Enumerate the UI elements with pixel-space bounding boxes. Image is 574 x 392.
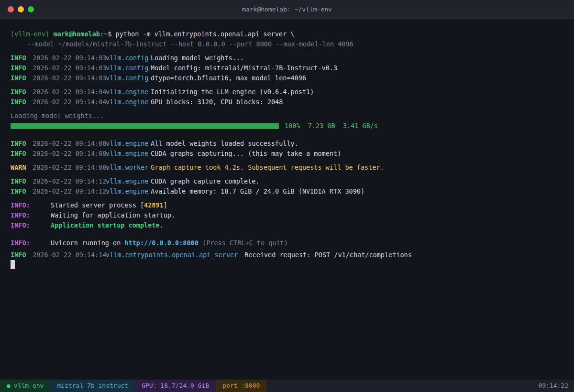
status-env: ●vllm-env bbox=[0, 380, 50, 392]
log-message: Loading model weights... bbox=[151, 53, 244, 63]
log-message: dtype=torch.bfloat16, max_model_len=4096 bbox=[151, 73, 306, 83]
log-level: INFO bbox=[11, 186, 33, 196]
cwd-path: ~ bbox=[104, 29, 108, 39]
progress-bar-row: 100% 7.23 GB 3.41 GB/s bbox=[11, 121, 563, 131]
log-timestamp: 2026-02-22 09:14:08 bbox=[33, 139, 106, 149]
progress-stats: 100% 7.23 GB 3.41 GB/s bbox=[285, 121, 378, 131]
status-clock: 09:14:22 bbox=[532, 380, 574, 392]
venv-label: (vllm-env) bbox=[11, 29, 53, 39]
log-line-warn: WARN2026-02-22 09:14:08vllm.workerGraph … bbox=[11, 163, 563, 173]
progress-bar-fill bbox=[11, 123, 279, 129]
log-logger: vllm.config bbox=[106, 63, 151, 73]
log-timestamp: 2026-02-22 09:14:14 bbox=[33, 250, 106, 260]
log-logger: vllm.worker bbox=[106, 163, 151, 173]
log-level: INFO bbox=[11, 97, 33, 107]
log-line: INFO2026-02-22 09:14:12vllm.engineAvaila… bbox=[11, 186, 563, 196]
env-name: vllm-env bbox=[14, 382, 44, 389]
log-message: CUDA graph capture complete. bbox=[151, 176, 260, 186]
uvicorn-line: INFO:Application startup complete. bbox=[11, 220, 563, 230]
status-model: mistral-7b-instruct bbox=[50, 380, 135, 392]
log-message: Graph capture took 4.2s. Subsequent requ… bbox=[151, 163, 384, 173]
uvicorn-line: INFO:Uvicorn running on http://0.0.0.0:8… bbox=[11, 238, 563, 248]
log-logger: vllm.engine bbox=[106, 176, 151, 186]
log-logger: vllm.engine bbox=[106, 149, 151, 159]
log-line: INFO2026-02-22 09:14:04vllm.engineInitia… bbox=[11, 87, 563, 97]
log-line: INFO2026-02-22 09:14:03vllm.configdtype=… bbox=[11, 73, 563, 83]
log-level: WARN bbox=[11, 163, 33, 173]
log-level: INFO bbox=[11, 176, 33, 186]
uvicorn-line: INFO:Started server process [42891] bbox=[11, 200, 563, 210]
log-logger: vllm.engine bbox=[106, 97, 151, 107]
log-timestamp: 2026-02-22 09:14:03 bbox=[33, 63, 106, 73]
log-logger: vllm.config bbox=[106, 53, 151, 63]
log-level: INFO bbox=[11, 250, 33, 260]
log-message: All model weights loaded successfully. bbox=[151, 139, 298, 149]
log-timestamp: 2026-02-22 09:14:08 bbox=[33, 163, 106, 173]
log-level: INFO bbox=[11, 139, 33, 149]
status-port: port :8000 bbox=[216, 380, 266, 392]
log-timestamp: 2026-02-22 09:14:03 bbox=[33, 53, 106, 63]
log-timestamp: 2026-02-22 09:14:08 bbox=[33, 149, 106, 159]
log-line: INFO2026-02-22 09:14:04vllm.engineGPU bl… bbox=[11, 97, 563, 107]
log-logger: vllm.engine bbox=[106, 87, 151, 97]
log-logger: vllm.engine bbox=[106, 186, 151, 196]
status-gpu: GPU: 18.7/24.0 GiB bbox=[135, 380, 216, 392]
log-timestamp: 2026-02-22 09:14:04 bbox=[33, 97, 106, 107]
log-line: INFO2026-02-22 09:14:14vllm.entrypoints.… bbox=[11, 250, 563, 260]
terminal-cursor bbox=[11, 260, 15, 269]
cursor-line bbox=[11, 260, 563, 269]
log-level: INFO bbox=[11, 63, 33, 73]
terminal-screen[interactable]: (vllm-env) mark@homelab:~$ python -m vll… bbox=[0, 19, 574, 380]
log-timestamp: 2026-02-22 09:14:04 bbox=[33, 87, 106, 97]
log-message: Received request: POST /v1/chat/completi… bbox=[244, 250, 412, 260]
server-pid: 42891 bbox=[144, 200, 164, 210]
uvicorn-prefix: INFO: bbox=[11, 200, 51, 210]
log-level: INFO bbox=[11, 73, 33, 83]
log-timestamp: 2026-02-22 09:14:12 bbox=[33, 186, 106, 196]
log-message: Model config: mistralai/Mistral-7B-Instr… bbox=[151, 63, 337, 73]
uvicorn-line: INFO:Waiting for application startup. bbox=[11, 210, 563, 220]
log-line: INFO2026-02-22 09:14:03vllm.configLoadin… bbox=[11, 53, 563, 63]
prompt-line: (vllm-env) mark@homelab:~$ python -m vll… bbox=[11, 29, 563, 39]
user-host: mark@homelab bbox=[53, 29, 100, 39]
window-title: mark@homelab: ~/vllm-env bbox=[0, 6, 574, 13]
progress-label: Loading model weights... bbox=[11, 111, 563, 121]
log-line: INFO2026-02-22 09:14:08vllm.engineCUDA g… bbox=[11, 149, 563, 159]
log-logger: vllm.engine bbox=[106, 139, 151, 149]
log-line: INFO2026-02-22 09:14:03vllm.configModel … bbox=[11, 63, 563, 73]
startup-complete-message: Application startup complete. bbox=[51, 220, 164, 230]
log-logger: vllm.config bbox=[106, 73, 151, 83]
log-message: CUDA graphs capturing... (this may take … bbox=[151, 149, 341, 159]
log-line: INFO2026-02-22 09:14:12vllm.engineCUDA g… bbox=[11, 176, 563, 186]
uvicorn-prefix: INFO: bbox=[11, 238, 51, 248]
progress-bar-track bbox=[11, 123, 279, 129]
log-timestamp: 2026-02-22 09:14:12 bbox=[33, 176, 106, 186]
server-url: http://0.0.0.0:8000 bbox=[124, 238, 198, 248]
status-bar: ●vllm-env mistral-7b-instruct GPU: 18.7/… bbox=[0, 380, 574, 392]
log-message: GPU blocks: 3120, CPU blocks: 2048 bbox=[151, 97, 283, 107]
log-level: INFO bbox=[11, 53, 33, 63]
log-message: Available memory: 18.7 GiB / 24.0 GiB (N… bbox=[151, 186, 364, 196]
uvicorn-prefix: INFO: bbox=[11, 220, 51, 230]
log-level: INFO bbox=[11, 149, 33, 159]
log-message: Initializing the LLM engine (v0.6.4.post… bbox=[151, 87, 314, 97]
env-dot-icon: ● bbox=[7, 382, 11, 389]
title-bar[interactable]: mark@homelab: ~/vllm-env bbox=[0, 0, 574, 19]
log-line: INFO2026-02-22 09:14:08vllm.engineAll mo… bbox=[11, 139, 563, 149]
log-timestamp: 2026-02-22 09:14:03 bbox=[33, 73, 106, 83]
command-text: python -m vllm.entrypoints.openai.api_se… bbox=[116, 29, 295, 39]
log-level: INFO bbox=[11, 87, 33, 97]
log-logger: vllm.entrypoints.openai.api_server bbox=[106, 250, 238, 260]
uvicorn-prefix: INFO: bbox=[11, 210, 51, 220]
command-continuation: --model ~/models/mistral-7b-instruct --h… bbox=[11, 39, 563, 49]
